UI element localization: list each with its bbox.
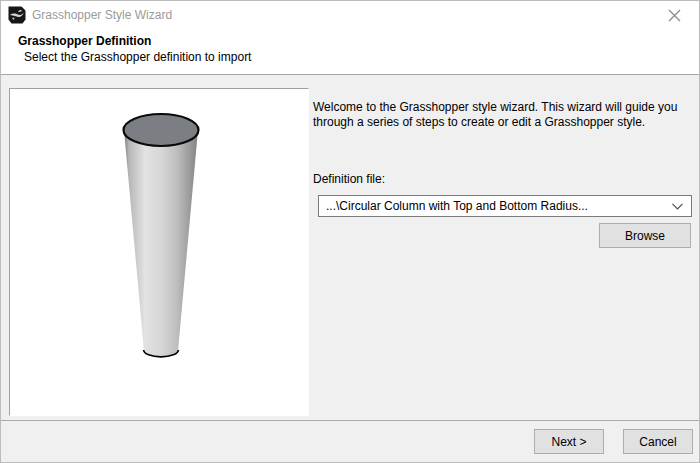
grasshopper-style-app-icon bbox=[8, 6, 26, 24]
chevron-down-icon[interactable] bbox=[663, 203, 691, 210]
close-icon[interactable] bbox=[659, 3, 689, 27]
definition-file-value: ...\Circular Column with Top and Bottom … bbox=[319, 199, 663, 213]
page-title: Grasshopper Definition bbox=[18, 34, 151, 48]
browse-button[interactable]: Browse bbox=[599, 223, 691, 248]
definition-file-label: Definition file: bbox=[313, 172, 385, 186]
title-bar[interactable]: Grasshopper Style Wizard bbox=[1, 1, 699, 29]
next-button[interactable]: Next > bbox=[534, 429, 604, 454]
welcome-text: Welcome to the Grasshopper style wizard.… bbox=[313, 100, 691, 130]
definition-preview-panel bbox=[9, 88, 309, 416]
page-subtitle: Select the Grasshopper definition to imp… bbox=[24, 50, 251, 64]
column-preview-image bbox=[10, 89, 308, 415]
window-title: Grasshopper Style Wizard bbox=[32, 8, 172, 22]
wizard-footer: Next > Cancel bbox=[1, 420, 699, 462]
definition-file-dropdown[interactable]: ...\Circular Column with Top and Bottom … bbox=[318, 195, 692, 217]
cancel-button[interactable]: Cancel bbox=[623, 429, 693, 454]
grasshopper-style-wizard-dialog: Grasshopper Style Wizard Grasshopper Def… bbox=[0, 0, 700, 463]
wizard-body: Welcome to the Grasshopper style wizard.… bbox=[1, 76, 699, 420]
wizard-header-zone: Grasshopper Style Wizard Grasshopper Def… bbox=[1, 1, 699, 75]
